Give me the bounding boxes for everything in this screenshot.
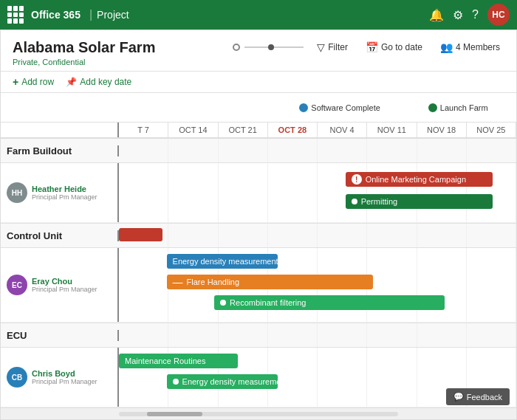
section-name-farm: Farm Buildout: [1, 145, 119, 156]
date-nov4: NOV 4: [318, 123, 367, 137]
task-energy-density-control[interactable]: Energy density measurement: [167, 254, 278, 269]
person-label-heather: HH Heather Heide Principal Pm Manager: [1, 163, 119, 222]
section-ecu: ECU CB Chris Boyd: [1, 323, 516, 407]
date-nov25: NOV 25: [467, 123, 516, 137]
person-info-chris: Chris Boyd Principal Pm Manager: [32, 369, 97, 385]
section-control-unit: Control Unit EC: [1, 224, 516, 323]
section-bar-area-ecu: [119, 323, 516, 347]
scroll-area[interactable]: [1, 407, 516, 419]
toolbar-right: ▽ Filter 📅 Go to date 👥 4 Members: [233, 39, 504, 55]
key-date-icon: 📌: [66, 77, 77, 87]
person-label-chris: CB Chris Boyd Principal Pm Manager: [1, 348, 119, 407]
nav-project-label[interactable]: Project: [97, 9, 129, 21]
person-role-chris: Principal Pm Manager: [32, 378, 97, 385]
user-avatar[interactable]: HC: [487, 4, 510, 26]
date-t7: T 7: [119, 123, 168, 137]
project-title: Alabama Solar Farm: [13, 39, 155, 56]
zoom-dot: [233, 44, 240, 51]
section-bar-control: [119, 228, 162, 241]
avatar-chris: CB: [7, 367, 27, 388]
date-oct14: OCT 14: [168, 123, 218, 137]
feedback-button[interactable]: 💬 Feedback: [446, 388, 510, 405]
date-nov18: NOV 18: [417, 123, 467, 137]
notification-icon[interactable]: 🔔: [429, 8, 444, 22]
grid-icon[interactable]: [7, 6, 25, 24]
milestone-software-complete: Software Complete: [299, 103, 380, 112]
calendar-icon: 📅: [366, 41, 378, 53]
task-recombinant[interactable]: Recombinant filtering: [214, 295, 445, 310]
section-name-control: Control Unit: [1, 230, 119, 241]
person-name-heather[interactable]: Heather Heide: [32, 185, 97, 193]
scrollbar-track[interactable]: [119, 412, 398, 416]
scrollbar-thumb[interactable]: [147, 412, 203, 416]
dot-icon-recombinant: [220, 300, 226, 306]
section-header-farm: Farm Buildout: [1, 139, 516, 163]
person-info-heather: Heather Heide Principal Pm Manager: [32, 185, 97, 201]
avatar-heather: HH: [7, 182, 27, 203]
section-bar-area-control: [119, 224, 516, 247]
section-bar-area-farm: [119, 139, 516, 162]
section-header-ecu: ECU: [1, 323, 516, 348]
app-name[interactable]: Office 365: [31, 9, 81, 21]
person-label-eray: EC Eray Chou Principal Pm Manager: [1, 248, 119, 322]
task-maintenance[interactable]: Maintenance Routines: [119, 354, 238, 368]
gantt-area: Software Complete Launch Farm T 7 OCT 14…: [1, 93, 516, 419]
main-content: Alabama Solar Farm Private, Confidential…: [0, 30, 517, 420]
task-bar-area-eray: Energy density measurement — Flare Handl…: [119, 248, 516, 322]
zoom-slider[interactable]: [244, 47, 304, 48]
task-online-marketing[interactable]: ! Online Marketing Campaign: [346, 172, 493, 187]
date-header: T 7 OCT 14 OCT 21 OCT 28 NOV 4 NOV 11 NO…: [1, 123, 516, 139]
grid-lines: [119, 139, 516, 162]
person-name-eray[interactable]: Eray Chou: [32, 277, 97, 286]
project-subtitle: Private, Confidential: [13, 58, 155, 66]
grid-lines-ecu-header: [119, 323, 516, 347]
person-name-chris[interactable]: Chris Boyd: [32, 369, 97, 378]
dash-icon: —: [173, 276, 183, 288]
date-nov11: NOV 11: [367, 123, 417, 137]
members-button[interactable]: 👥 4 Members: [436, 39, 504, 55]
section-header-control: Control Unit: [1, 224, 516, 248]
person-row-eray: EC Eray Chou Principal Pm Manager: [1, 248, 516, 323]
date-oct21: OCT 21: [219, 123, 268, 137]
milestone-launch-farm: Launch Farm: [428, 103, 488, 112]
section-name-ecu: ECU: [1, 330, 119, 341]
person-role-heather: Principal Pm Manager: [32, 193, 97, 201]
help-icon[interactable]: ?: [472, 8, 479, 21]
milestone-label-launch: Launch Farm: [440, 103, 488, 112]
add-row-button[interactable]: + Add row: [13, 76, 54, 88]
add-key-date-button[interactable]: 📌 Add key date: [66, 77, 131, 87]
person-role-eray: Principal Pm Manager: [32, 286, 97, 293]
milestone-label-software: Software Complete: [311, 103, 380, 112]
task-flare-handling[interactable]: — Flare Handling: [167, 275, 374, 289]
task-bar-area-heather: ! Online Marketing Campaign Permitting: [119, 163, 516, 222]
milestone-dot-blue: [299, 103, 308, 112]
dot-icon: [352, 199, 357, 204]
task-permitting[interactable]: Permitting: [346, 194, 493, 209]
exclaim-icon: !: [352, 174, 362, 185]
person-info-eray: Eray Chou Principal Pm Manager: [32, 277, 97, 293]
nav-separator: |: [89, 8, 92, 21]
settings-icon[interactable]: ⚙: [453, 8, 463, 22]
filter-icon: ▽: [317, 41, 325, 53]
task-energy-density-ecu[interactable]: Energy density measurement: [167, 374, 278, 389]
avatar-eray: EC: [7, 275, 27, 295]
person-row-chris: CB Chris Boyd Principal Pm Manager: [1, 348, 516, 407]
date-cells: T 7 OCT 14 OCT 21 OCT 28 NOV 4 NOV 11 NO…: [119, 123, 516, 137]
gantt-body: Farm Buildout HH Heather: [1, 139, 516, 407]
row-label-header: [1, 123, 119, 137]
dot-icon-ecu: [173, 379, 179, 385]
person-row-heather: HH Heather Heide Principal Pm Manager: [1, 163, 516, 223]
date-oct28: OCT 28: [268, 123, 318, 137]
feedback-icon: 💬: [453, 392, 464, 402]
members-icon: 👥: [440, 41, 453, 53]
milestone-row: Software Complete Launch Farm: [1, 93, 516, 123]
grid-lines-control-header: [119, 224, 516, 247]
top-nav: Office 365 | Project 🔔 ⚙ ? HC: [0, 0, 517, 30]
filter-button[interactable]: ▽ Filter: [312, 39, 352, 55]
project-header: Alabama Solar Farm Private, Confidential…: [1, 30, 516, 72]
section-farm-buildout: Farm Buildout HH Heather: [1, 139, 516, 224]
go-to-date-button[interactable]: 📅 Go to date: [361, 39, 427, 55]
zoom-control[interactable]: [233, 44, 304, 51]
nav-icons: 🔔 ⚙ ? HC: [429, 4, 510, 26]
plus-icon: +: [13, 76, 18, 88]
